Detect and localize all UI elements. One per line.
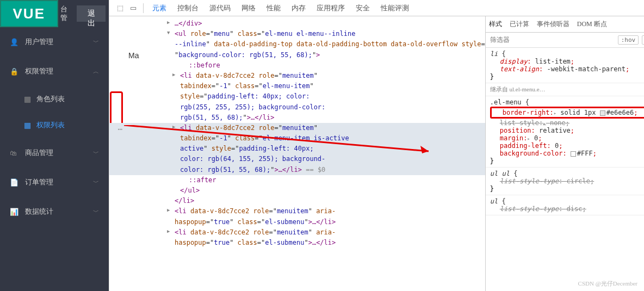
styles-filter-row: :hov .cls + ⤢: [486, 33, 644, 48]
chevron-down-icon: ﹀: [93, 149, 99, 157]
tab-elements[interactable]: 元素: [147, 3, 172, 13]
app-sidebar: VUE 台 管 退出 👤 用户管理 ﹀ 🔒 权限管理 ︿ ▦ 角色列表: [0, 0, 109, 291]
sidebar-header: VUE 台 管 退出: [0, 0, 109, 27]
watermark: CSDN @光仔December: [578, 280, 637, 288]
tab-network[interactable]: 网络: [236, 3, 261, 13]
header-label-1: 台: [60, 5, 74, 14]
styles-filter-input[interactable]: [486, 36, 618, 44]
tab-lighthouse[interactable]: 性能评测: [375, 3, 414, 13]
user-icon: 👤: [10, 38, 18, 46]
menu-item-users[interactable]: 👤 用户管理 ﹀: [0, 27, 109, 57]
elements-panel[interactable]: ▶…</div> ▼<ul role="menu" class="el-menu…: [109, 16, 486, 291]
dom-line-selected[interactable]: ⋯▶<li data-v-8dc7cce2 role="menuitem": [109, 123, 485, 133]
grid-icon: ▦: [24, 121, 31, 129]
devtools-panel: ⬚ ▭ 元素 控制台 源代码 网络 性能 内存 应用程序 安全 性能评测 ⚙ ⋮…: [109, 0, 644, 291]
style-inherit: 继承自 ul.el-menu.e…: [486, 83, 644, 96]
style-rule-ul[interactable]: 用户代理样式 ul { list-style-type: disc;: [486, 195, 644, 215]
separator: [143, 3, 144, 13]
color-swatch[interactable]: [600, 110, 605, 116]
dom-line-selected[interactable]: active" style="padding-left: 40px;: [109, 144, 485, 154]
logo-text: VUE: [13, 5, 45, 22]
tab-application[interactable]: 应用程序: [311, 3, 350, 13]
dom-line[interactable]: </ul>: [109, 185, 485, 196]
dom-line[interactable]: "background-color: rgb(51, 55, 68);">: [109, 50, 485, 60]
tab-performance[interactable]: 性能: [261, 3, 286, 13]
inspect-icon[interactable]: ⬚: [114, 4, 127, 12]
chevron-down-icon: ﹀: [93, 178, 99, 187]
submenu-label: 角色列表: [36, 94, 65, 104]
bag-icon: 🛍: [10, 149, 18, 157]
style-rule-elmenu[interactable]: .el-menu {<sty border-right:▸ solid 1px …: [486, 96, 644, 168]
menu-label: 数据统计: [25, 207, 53, 216]
dom-line[interactable]: rgb(51, 55, 68);">…</li>: [109, 113, 485, 123]
tab-memory[interactable]: 内存: [286, 3, 311, 13]
style-rule-li[interactable]: 用户代理样式 li { display: list-item; text-ali…: [486, 48, 644, 83]
doc-icon: 📄: [10, 178, 18, 187]
submenu-label: 权限列表: [36, 120, 65, 130]
dom-line[interactable]: tabindex="-1" class="el-menu-item": [109, 81, 485, 91]
tab-sources[interactable]: 源代码: [204, 3, 236, 13]
lock-icon: 🔒: [10, 67, 18, 76]
dom-line-selected[interactable]: color: rgb(64, 155, 255); background-: [109, 154, 485, 164]
header-label-2: 管: [60, 14, 74, 22]
dom-line[interactable]: rgb(255, 255, 255); background-color:: [109, 102, 485, 113]
dom-line[interactable]: ▶<li data-v-8dc7cce2 role="menuitem" ari…: [109, 227, 485, 238]
menu-item-products[interactable]: 🛍 商品管理 ﹀: [0, 138, 109, 168]
submenu-roles[interactable]: ▦ 角色列表: [0, 86, 109, 112]
styles-tabs: 样式 已计算 事件侦听器 DOM 断点: [486, 16, 644, 33]
color-swatch[interactable]: [571, 151, 576, 157]
dom-line-selected[interactable]: tabindex="-1" class="el-menu-item is-act…: [109, 133, 485, 144]
annotation-box-2: border-right:▸ solid 1px #e6e6e6;: [490, 107, 644, 119]
dom-line-selected[interactable]: color: rgb(51, 55, 68);">…</li> == $0: [109, 165, 485, 175]
chevron-down-icon: ﹀: [93, 38, 99, 46]
tab-security[interactable]: 安全: [350, 3, 375, 13]
menu-label: 权限管理: [25, 66, 53, 76]
header-labels: 台 管: [58, 0, 74, 27]
dom-line[interactable]: ▶<li data-v-8dc7cce2 role="menuitem": [109, 71, 485, 81]
menu-item-orders[interactable]: 📄 订单管理 ﹀: [0, 168, 109, 197]
gutter-dots: ⋯: [109, 123, 131, 135]
styles-tab-styles[interactable]: 样式: [489, 20, 502, 29]
inherit-label: 继承自 ul.el-menu.e…: [490, 86, 546, 92]
styles-tab-computed[interactable]: 已计算: [510, 20, 529, 29]
menu-label: 商品管理: [25, 148, 53, 158]
styles-tab-listeners[interactable]: 事件侦听器: [537, 20, 569, 29]
hov-button[interactable]: :hov: [618, 35, 639, 45]
tab-console[interactable]: 控制台: [172, 3, 204, 13]
submenu-permissions[interactable]: ▦ 权限列表: [0, 112, 109, 138]
menu-item-permissions[interactable]: 🔒 权限管理 ︿: [0, 57, 109, 86]
device-icon[interactable]: ▭: [127, 4, 140, 12]
styles-filter-buttons: :hov .cls + ⤢: [618, 35, 644, 46]
sidebar-menu: 👤 用户管理 ﹀ 🔒 权限管理 ︿ ▦ 角色列表 ▦ 权限列表 🛍 商品管理 ﹀: [0, 27, 109, 291]
dom-line[interactable]: ▶<li data-v-8dc7cce2 role="menuitem" ari…: [109, 206, 485, 216]
dom-pseudo[interactable]: ::before: [109, 60, 485, 71]
dom-line[interactable]: --inline" data-old-padding-top data-old-…: [109, 39, 485, 49]
dom-line[interactable]: style="padding-left: 40px; color:: [109, 91, 485, 102]
dom-line[interactable]: ▶…</div>: [109, 18, 485, 29]
devtools-body: ▶…</div> ▼<ul role="menu" class="el-menu…: [109, 16, 644, 291]
dom-line[interactable]: haspopup="true" class="el-submenu">…</li…: [109, 217, 485, 227]
style-rule-ulul[interactable]: 用户代理样式 ul ul { list-style-type: circle; …: [486, 168, 644, 195]
dom-line[interactable]: </li>: [109, 196, 485, 206]
styles-tab-dombreak[interactable]: DOM 断点: [577, 20, 607, 29]
chevron-down-icon: ﹀: [93, 208, 99, 216]
dom-line[interactable]: haspopup="true" class="el-submenu">…</li…: [109, 238, 485, 248]
styles-panel: 样式 已计算 事件侦听器 DOM 断点 :hov .cls + ⤢ 用户代理样式: [486, 16, 644, 291]
chevron-up-icon: ︿: [93, 67, 99, 76]
grid-icon: ▦: [24, 95, 31, 103]
chart-icon: 📊: [10, 208, 18, 216]
devtools-toolbar: ⬚ ▭ 元素 控制台 源代码 网络 性能 内存 应用程序 安全 性能评测 ⚙ ⋮: [109, 0, 644, 16]
logout-button[interactable]: 退出: [77, 5, 106, 22]
cls-button[interactable]: .cls: [642, 35, 644, 45]
dom-line[interactable]: ▼<ul role="menu" class="el-menu el-menu-…: [109, 29, 485, 39]
logo: VUE: [0, 0, 58, 27]
dom-pseudo[interactable]: ::after: [109, 175, 485, 185]
menu-label: 订单管理: [25, 177, 53, 187]
menu-item-stats[interactable]: 📊 数据统计 ﹀: [0, 197, 109, 226]
menu-label: 用户管理: [25, 37, 53, 47]
